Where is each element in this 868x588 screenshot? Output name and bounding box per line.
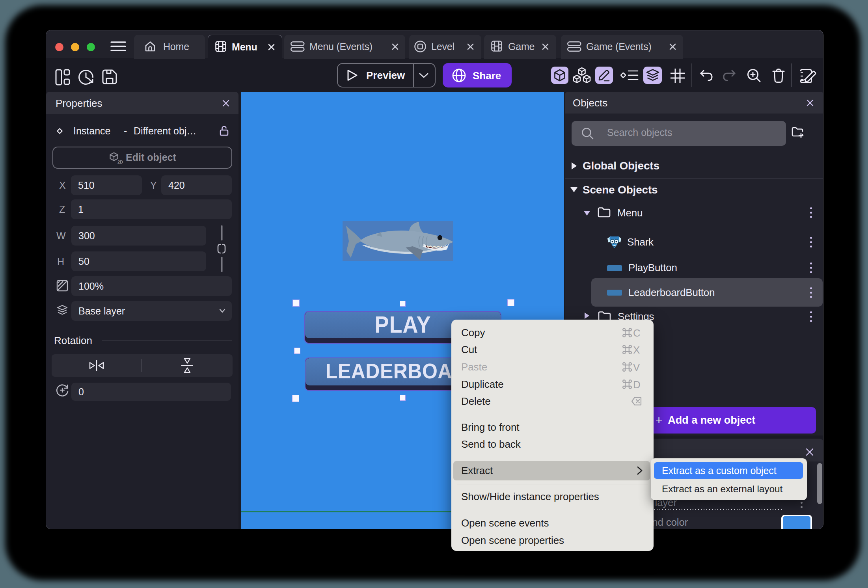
svg-text:2D: 2D [117,160,123,164]
